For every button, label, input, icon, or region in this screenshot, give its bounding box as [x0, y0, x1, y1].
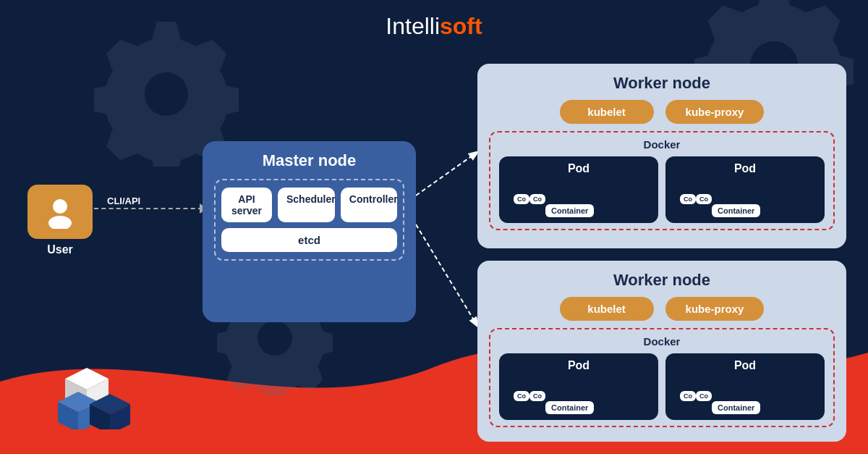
- kubelet-bottom: kubelet: [560, 297, 654, 321]
- user-label: User: [27, 243, 93, 256]
- pod-title-top-1: Pod: [506, 162, 651, 175]
- decorative-cubes: [58, 357, 152, 432]
- container-co-b: Co: [529, 194, 545, 204]
- docker-container-bottom: Docker Pod Co Co Container Pod Co Co Con…: [489, 328, 835, 427]
- kubelet-top: kubelet: [560, 100, 654, 124]
- pods-row-bottom: Pod Co Co Container Pod Co Co Container: [498, 353, 826, 420]
- title-bar: Intellisoft: [0, 13, 868, 40]
- svg-point-3: [48, 216, 72, 229]
- api-server-box: APIserver: [221, 188, 272, 222]
- scheduler-box: Scheduler: [278, 188, 335, 222]
- brand-bold: soft: [440, 13, 482, 39]
- arrow-line: [94, 208, 203, 209]
- master-node-title: Master node: [214, 151, 404, 170]
- pods-row-top: Pod Co Co Container Pod Co Co Container: [498, 156, 826, 223]
- kube-row-bottom: kubelet kube-proxy: [489, 297, 835, 321]
- master-node-inner: APIserver Scheduler Controller etcd: [214, 179, 404, 261]
- etcd-box: etcd: [221, 228, 397, 252]
- brand-title: Intellisoft: [386, 13, 482, 39]
- pod-title-bottom-1: Pod: [506, 359, 651, 372]
- kube-proxy-bottom: kube-proxy: [665, 297, 765, 321]
- user-icon-background: [27, 185, 93, 239]
- pod-containers-bottom-2: Co Co Container: [673, 377, 817, 414]
- container-main3: Container: [545, 401, 594, 414]
- pod-box-top-2: Pod Co Co Container: [665, 156, 825, 223]
- pod-containers-top-1: Co Co Container: [506, 180, 651, 217]
- pod-title-bottom-2: Pod: [673, 359, 817, 372]
- person-icon: [43, 196, 77, 229]
- user-box: User: [27, 185, 93, 256]
- cubes-svg: [58, 357, 152, 429]
- container-co-b2: Co: [696, 194, 712, 204]
- container-co-a: Co: [514, 194, 529, 204]
- master-node: Master node APIserver Scheduler Controll…: [203, 141, 416, 322]
- container-main2: Container: [712, 204, 760, 217]
- docker-title-top: Docker: [498, 138, 826, 151]
- pod-box-bottom-2: Pod Co Co Container: [665, 353, 825, 420]
- container-main4: Container: [712, 401, 760, 414]
- master-components-row: APIserver Scheduler Controller: [221, 188, 397, 222]
- pod-box-top-1: Pod Co Co Container: [499, 156, 658, 223]
- kube-row-top: kubelet kube-proxy: [489, 100, 835, 124]
- pod-containers-top-2: Co Co Container: [673, 180, 817, 217]
- cli-api-label: CLI/API: [107, 196, 140, 206]
- worker-node-bottom: Worker node kubelet kube-proxy Docker Po…: [477, 261, 846, 442]
- pod-title-top-2: Pod: [673, 162, 817, 175]
- container-main: Container: [545, 204, 594, 217]
- container-co-a3: Co: [514, 391, 529, 401]
- container-co-b3: Co: [529, 391, 545, 401]
- pod-containers-bottom-1: Co Co Container: [506, 377, 651, 414]
- container-co-a2: Co: [680, 194, 696, 204]
- worker-node-top-title: Worker node: [489, 74, 835, 93]
- controller-box: Controller: [341, 188, 397, 222]
- svg-point-2: [53, 199, 67, 214]
- pod-box-bottom-1: Pod Co Co Container: [499, 353, 658, 420]
- brand-regular: Intelli: [386, 13, 440, 39]
- container-co-b4: Co: [696, 391, 712, 401]
- docker-container-top: Docker Pod Co Co Container Pod Co Co Con…: [489, 131, 835, 230]
- kube-proxy-top: kube-proxy: [665, 100, 765, 124]
- worker-node-bottom-title: Worker node: [489, 271, 835, 290]
- worker-node-top: Worker node kubelet kube-proxy Docker Po…: [477, 64, 846, 248]
- container-co-a4: Co: [680, 391, 696, 401]
- docker-title-bottom: Docker: [498, 335, 826, 348]
